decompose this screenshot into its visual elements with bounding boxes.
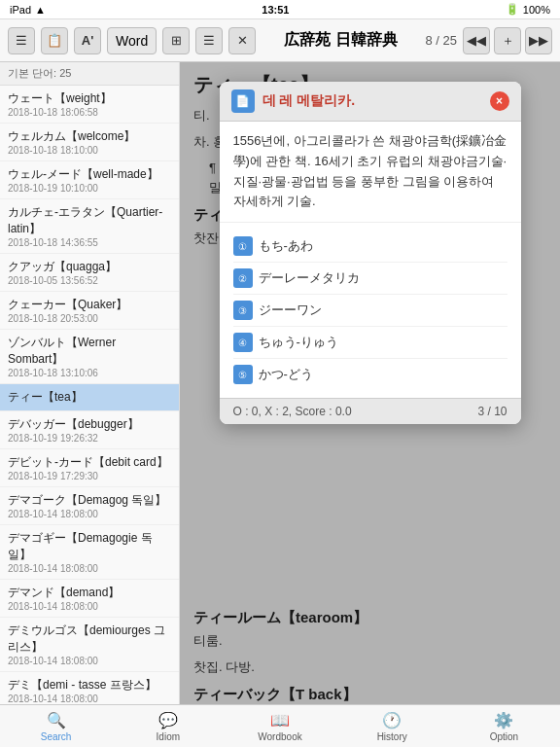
- sidebar-item-date: 2018-10-14 18:08:00: [8, 694, 171, 704]
- modal-options: ① もち-あわ ② デーレーメタリカ ③ ジーーワン ④ ちゅう-りゅう ⑤ か…: [220, 223, 521, 398]
- modal-footer: O : 0, X : 2, Score : 0.0 3 / 10: [220, 398, 521, 424]
- modal-header: 📄 데 레 메탈리카. ×: [220, 82, 521, 122]
- modal-page: 3 / 10: [477, 405, 507, 418]
- option-icon: ①: [233, 236, 253, 256]
- main-area: 기본 단어: 25 ウェート【weight】 2018-10-18 18:06:…: [0, 62, 560, 704]
- option-text: もち-あわ: [259, 237, 313, 255]
- sidebar-item[interactable]: デマゴギー【Demagogie 독일】 2018-10-14 18:08:00: [0, 525, 179, 580]
- toolbar-right: ◀◀ ＋ ▶▶: [463, 27, 552, 54]
- tab-item-search[interactable]: 🔍 Search: [0, 711, 112, 742]
- sidebar-item-title: クェーカー【Quaker】: [8, 297, 171, 313]
- modal-header-icon: 📄: [231, 89, 255, 113]
- option-text: デーレーメタリカ: [259, 269, 360, 287]
- sidebar-item-date: 2018-10-14 18:08:00: [8, 509, 171, 519]
- status-ipad: iPad: [10, 4, 31, 16]
- sidebar-item[interactable]: デマゴーク【Demagog 독일】 2018-10-14 18:08:00: [0, 487, 179, 525]
- sidebar-item-date: 2018-10-14 18:08:00: [8, 563, 171, 574]
- wifi-icon: ▲: [35, 4, 46, 16]
- toolbar-title: 広辞苑 日韓辞典: [262, 30, 419, 51]
- modal-title: 데 레 메탈리카.: [262, 92, 356, 110]
- tabbar-list: 🔍 Search 💬 Idiom 📖 Wordbook 🕐 History ⚙️…: [0, 711, 560, 742]
- sidebar-item-date: 2018-10-18 13:10:06: [8, 368, 171, 378]
- option-icon: ④: [233, 333, 253, 352]
- sidebar-item-title: デミウルゴス【demiourges 그리스】: [8, 622, 171, 656]
- font-button[interactable]: A': [74, 27, 101, 54]
- sidebar-item-date: 2018-10-18 18:06:58: [8, 107, 171, 118]
- sidebar-item-title: クアッガ【quagga】: [8, 259, 171, 275]
- sidebar-item[interactable]: ウェル-メード【well-made】 2018-10-19 10:10:00: [0, 161, 179, 199]
- sidebar-item[interactable]: デバッガー【debugger】 2018-10-19 19:26:32: [0, 411, 179, 449]
- modal-option[interactable]: ② デーレーメタリカ: [233, 263, 508, 295]
- sidebar-item-title: デビット-カード【debit card】: [8, 454, 171, 471]
- tab-label: Wordbook: [258, 731, 301, 742]
- status-right: 🔋 100%: [506, 3, 550, 16]
- sidebar-item[interactable]: ティー【tea】: [0, 384, 179, 411]
- sidebar-list: ウェート【weight】 2018-10-18 18:06:58 ウェルカム【w…: [0, 86, 179, 704]
- status-left: iPad ▲: [10, 4, 46, 16]
- tab-label: Idiom: [157, 731, 180, 742]
- tab-item-history[interactable]: 🕐 History: [336, 711, 448, 742]
- tab-item-option[interactable]: ⚙️ Option: [448, 711, 560, 742]
- modal-option[interactable]: ④ ちゅう-りゅう: [233, 327, 508, 359]
- sidebar-item[interactable]: クアッガ【quagga】 2018-10-05 13:56:52: [0, 254, 179, 292]
- option-text: ちゅう-りゅう: [259, 334, 338, 351]
- sidebar-item-date: 2018-10-19 19:26:32: [8, 433, 171, 444]
- close-button[interactable]: ✕: [228, 27, 256, 54]
- sidebar-item[interactable]: デミウルゴス【demiourges 그리스】 2018-10-14 18:08:…: [0, 618, 179, 672]
- sidebar-item-title: ゾンバルト【Werner Sombart】: [8, 335, 171, 368]
- modal-option[interactable]: ⑤ かつ-どう: [233, 359, 508, 390]
- modal-close-button[interactable]: ×: [490, 91, 509, 111]
- toolbar: ☰ 📋 A' Word ⊞ ☰ ✕ 広辞苑 日韓辞典 8 / 25 ◀◀ ＋ ▶…: [0, 19, 560, 62]
- sidebar-item[interactable]: デマンド【demand】 2018-10-14 18:08:00: [0, 580, 179, 618]
- battery-percent: 100%: [523, 4, 550, 16]
- sidebar-item-date: 2018-10-05 13:56:52: [8, 275, 171, 286]
- sidebar-item[interactable]: ゾンバルト【Werner Sombart】 2018-10-18 13:10:0…: [0, 330, 179, 384]
- status-time: 13:51: [262, 4, 289, 16]
- tab-label: Option: [490, 731, 518, 742]
- sidebar-header: 기본 단어: 25: [0, 62, 179, 86]
- tab-item-wordbook[interactable]: 📖 Wordbook: [224, 711, 335, 742]
- sidebar-item-date: 2018-10-18 14:36:55: [8, 237, 171, 248]
- tab-label: Search: [41, 731, 72, 742]
- sidebar-item[interactable]: デミ【demi - tasse 프랑스】 2018-10-14 18:08:00: [0, 672, 179, 704]
- add-button[interactable]: ＋: [494, 27, 521, 54]
- sidebar-item-title: デマンド【demand】: [8, 585, 171, 601]
- sidebar-item-title: ウェルカム【welcome】: [8, 128, 171, 145]
- modal-option[interactable]: ③ ジーーワン: [233, 295, 508, 327]
- sidebar-item-date: 2018-10-18 18:10:00: [8, 145, 171, 156]
- modal: 📄 데 레 메탈리카. × 1556년에, 아그리콜라가 쓴 채광야금학(採鑛冶…: [220, 82, 521, 424]
- toolbar-page: 8 / 25: [425, 33, 457, 48]
- sidebar-item-title: デミ【demi - tasse 프랑스】: [8, 677, 171, 694]
- sidebar-item[interactable]: デビット-カード【debit card】 2018-10-19 17:29:30: [0, 449, 179, 487]
- sidebar-item-title: ティー【tea】: [8, 389, 171, 406]
- settings-button[interactable]: ☰: [195, 27, 223, 54]
- bookmark-button[interactable]: 📋: [41, 27, 68, 54]
- sidebar-item[interactable]: ウェート【weight】 2018-10-18 18:06:58: [0, 86, 179, 124]
- word-tab-button[interactable]: Word: [107, 27, 157, 54]
- sidebar-item-title: デバッガー【debugger】: [8, 416, 171, 433]
- sidebar-item-date: 2018-10-19 10:10:00: [8, 183, 171, 194]
- menu-button[interactable]: ☰: [8, 27, 35, 54]
- sidebar-item[interactable]: ウェルカム【welcome】 2018-10-18 18:10:00: [0, 124, 179, 161]
- sidebar-item-date: 2018-10-18 20:53:00: [8, 313, 171, 324]
- tab-icon: 🔍: [47, 711, 66, 729]
- option-icon: ③: [233, 301, 253, 320]
- modal-body: 1556년에, 아그리콜라가 쓴 채광야금학(採鑛冶金學)에 관한 책. 16세…: [220, 122, 521, 223]
- next-button[interactable]: ▶▶: [525, 27, 552, 54]
- tab-item-idiom[interactable]: 💬 Idiom: [112, 711, 224, 742]
- option-text: ジーーワン: [259, 302, 322, 319]
- prev-button[interactable]: ◀◀: [463, 27, 490, 54]
- status-bar: iPad ▲ 13:51 🔋 100%: [0, 0, 560, 19]
- sidebar: 기본 단어: 25 ウェート【weight】 2018-10-18 18:06:…: [0, 62, 180, 704]
- sidebar-item[interactable]: クェーカー【Quaker】 2018-10-18 20:53:00: [0, 292, 179, 330]
- tab-label: History: [377, 731, 407, 742]
- sidebar-item-title: デマゴーク【Demagog 독일】: [8, 492, 171, 509]
- tab-icon: 💬: [158, 711, 178, 729]
- sidebar-item[interactable]: カルチェ-エラタン【Quartier-latin】 2018-10-18 14:…: [0, 199, 179, 254]
- grid-button[interactable]: ⊞: [162, 27, 190, 54]
- sidebar-item-date: 2018-10-14 18:08:00: [8, 601, 171, 612]
- sidebar-item-date: 2018-10-14 18:08:00: [8, 656, 171, 666]
- tab-icon: 🕐: [382, 711, 402, 729]
- content-area: ティー【tea】 티. 차. 홍차. ¶「ミルクー」 밀크티 ティーカップ【te…: [180, 62, 560, 704]
- modal-option[interactable]: ① もち-あわ: [233, 231, 508, 263]
